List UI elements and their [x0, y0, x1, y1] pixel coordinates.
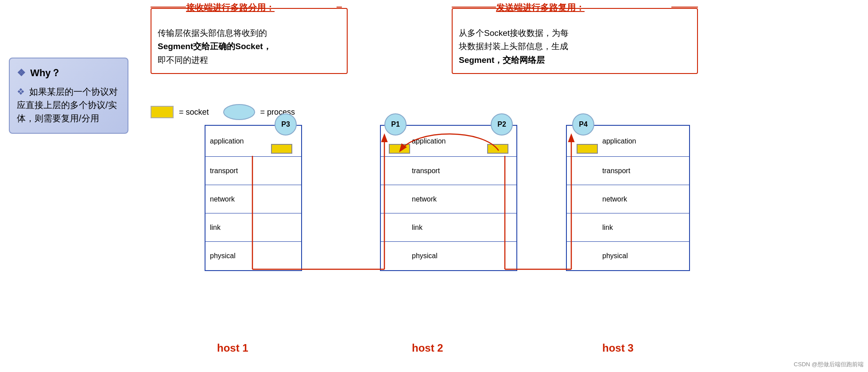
body-text-content: 如果某层的一个协议对应直接上层的多个协议/实体，则需要复用/分用	[17, 87, 118, 123]
host3-stack: application P4 transport network link ph…	[566, 125, 690, 271]
process-legend-icon	[223, 104, 255, 120]
host2-transport-label: transport	[412, 167, 440, 175]
host1-transport-row: transport	[205, 157, 301, 185]
watermark: CSDN @想做后端但跑前端	[794, 360, 864, 368]
receive-line3: 即不同的进程	[158, 55, 208, 65]
receive-line2: Segment交给正确的Socket，	[158, 42, 271, 51]
host2-physical-row: physical	[381, 242, 516, 270]
host3-link-row: link	[567, 213, 689, 242]
left-panel: ❖ Why？ ❖ 如果某层的一个协议对应直接上层的多个协议/实体，则需要复用/分…	[9, 58, 128, 134]
send-line3: Segment，交给网络层	[459, 55, 545, 65]
host3-socket-p4	[577, 144, 598, 154]
host3-app-label: application	[602, 137, 636, 145]
receive-line-left	[151, 7, 186, 8]
host3-process-p4: P4	[572, 113, 594, 136]
host1-application-row: application P3	[205, 126, 301, 157]
why-title: ❖ Why？	[17, 66, 120, 80]
p1-label: P1	[391, 120, 400, 128]
receive-box: 传输层依据头部信息将收到的 Segment交给正确的Socket， 即不同的进程	[151, 8, 348, 74]
legend: = socket = process	[151, 104, 295, 120]
send-line-left	[452, 7, 496, 8]
host2-process-p1: P1	[384, 113, 407, 136]
why-title-text: Why？	[30, 67, 60, 78]
body-text: ❖ 如果某层的一个协议对应直接上层的多个协议/实体，则需要复用/分用	[17, 85, 120, 125]
host2-socket-p1	[389, 144, 410, 154]
host1-app-label: application	[210, 137, 244, 145]
host2-network-row: network	[381, 185, 516, 213]
socket-legend-icon	[151, 106, 174, 118]
receive-line1: 传输层依据头部信息将收到的	[158, 28, 267, 38]
host3-physical-label: physical	[602, 252, 628, 260]
host2-process-p2: P2	[491, 113, 513, 136]
host3-physical-row: physical	[567, 242, 689, 270]
receive-content: 传输层依据头部信息将收到的 Segment交给正确的Socket， 即不同的进程	[158, 27, 341, 67]
host2-link-label: link	[412, 224, 422, 232]
host3-application-row: application P4	[567, 126, 689, 157]
host2-network-label: network	[412, 195, 437, 203]
host1-link-label: link	[210, 224, 221, 232]
send-line2: 块数据封装上头部信息，生成	[459, 42, 568, 51]
host3-link-label: link	[602, 224, 613, 232]
host2-link-row: link	[381, 213, 516, 242]
host2-physical-label: physical	[412, 252, 438, 260]
host1-socket	[271, 144, 292, 154]
host2-app-label: application	[412, 137, 446, 145]
socket-legend-label: = socket	[179, 108, 209, 117]
receive-line-right	[337, 7, 342, 8]
bullet-1: ❖	[17, 67, 26, 78]
host3-transport-label: transport	[602, 167, 630, 175]
host3-network-label: network	[602, 195, 627, 203]
send-line1: 从多个Socket接收数据，为每	[459, 28, 569, 38]
host2-transport-row: transport	[381, 157, 516, 185]
p4-label: P4	[579, 120, 588, 128]
host1-network-label: network	[210, 195, 235, 203]
host3-transport-row: transport	[567, 157, 689, 185]
host3-network-row: network	[567, 185, 689, 213]
send-content: 从多个Socket接收数据，为每 块数据封装上头部信息，生成 Segment，交…	[459, 27, 691, 67]
host1-transport-label: transport	[210, 167, 238, 175]
send-box: 从多个Socket接收数据，为每 块数据封装上头部信息，生成 Segment，交…	[452, 8, 698, 74]
host1-process-p3: P3	[275, 113, 297, 136]
host1-stack: application P3 transport network link ph…	[205, 125, 302, 271]
host1-link-row: link	[205, 213, 301, 242]
p2-label: P2	[497, 120, 506, 128]
p3-label: P3	[281, 120, 290, 128]
host1-physical-row: physical	[205, 242, 301, 270]
send-line-right	[671, 7, 698, 8]
host3-label: host 3	[602, 342, 634, 354]
host1-label: host 1	[217, 342, 248, 354]
host2-socket-p2	[487, 144, 508, 154]
host1-physical-label: physical	[210, 252, 236, 260]
host2-stack: application P1 P2 transport network link…	[380, 125, 517, 271]
bullet-2: ❖	[17, 87, 25, 97]
host1-network-row: network	[205, 185, 301, 213]
host2-label: host 2	[412, 342, 443, 354]
host2-application-row: application P1 P2	[381, 126, 516, 157]
